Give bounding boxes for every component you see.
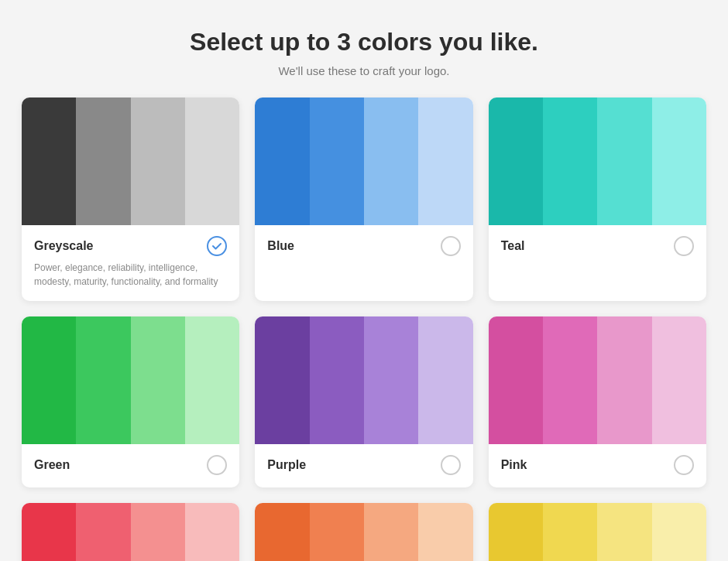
- check-icon-blue: [441, 236, 461, 256]
- swatch-row-greyscale: [22, 97, 239, 225]
- swatch: [131, 97, 185, 225]
- swatch: [652, 97, 706, 225]
- swatch: [489, 316, 543, 444]
- color-grid: Greyscale Power, elegance, reliability, …: [0, 90, 728, 561]
- check-icon-purple: [441, 455, 461, 475]
- swatch: [185, 97, 239, 225]
- swatch: [364, 97, 418, 225]
- swatch: [543, 503, 597, 561]
- page-subtitle: We'll use these to craft your logo.: [15, 64, 713, 77]
- color-label-blue: Blue: [267, 239, 294, 252]
- color-card-yellow[interactable]: Yellow: [489, 503, 706, 561]
- swatch: [418, 316, 472, 444]
- swatch: [255, 97, 309, 225]
- swatch: [597, 316, 651, 444]
- color-label-greyscale: Greyscale: [34, 239, 94, 253]
- color-desc-greyscale: Power, elegance, reliability, intelligen…: [34, 261, 227, 289]
- color-card-green[interactable]: Green: [22, 316, 239, 487]
- swatch: [597, 97, 651, 225]
- swatch: [22, 97, 76, 225]
- swatch-row-orange: [255, 503, 472, 561]
- swatch: [310, 97, 364, 225]
- swatch-row-blue: [255, 97, 472, 225]
- check-icon-greyscale: [207, 236, 227, 256]
- swatch-row-yellow: [489, 503, 706, 561]
- swatch: [597, 503, 651, 561]
- swatch: [185, 316, 239, 444]
- swatch: [652, 503, 706, 561]
- swatch: [310, 503, 364, 561]
- swatch: [22, 316, 76, 444]
- swatch: [364, 503, 418, 561]
- swatch-row-green: [22, 316, 239, 444]
- page-title: Select up to 3 colors you like.: [15, 28, 713, 56]
- swatch: [255, 503, 309, 561]
- swatch: [22, 503, 76, 561]
- color-label-pink: Pink: [501, 458, 527, 471]
- swatch: [418, 97, 472, 225]
- check-icon-pink: [674, 455, 694, 475]
- check-icon-green: [207, 455, 227, 475]
- color-card-pink[interactable]: Pink: [489, 316, 706, 487]
- swatch: [255, 316, 309, 444]
- color-card-teal[interactable]: Teal: [489, 97, 706, 301]
- color-label-green: Green: [34, 458, 70, 471]
- swatch-row-pink: [489, 316, 706, 444]
- swatch: [489, 97, 543, 225]
- swatch-row-red: [22, 503, 239, 561]
- swatch: [131, 503, 185, 561]
- swatch: [131, 316, 185, 444]
- color-card-greyscale[interactable]: Greyscale Power, elegance, reliability, …: [22, 97, 239, 301]
- swatch: [185, 503, 239, 561]
- check-icon-teal: [674, 236, 694, 256]
- swatch: [76, 316, 130, 444]
- swatch: [76, 97, 130, 225]
- swatch: [543, 97, 597, 225]
- color-card-blue[interactable]: Blue: [255, 97, 472, 301]
- swatch-row-teal: [489, 97, 706, 225]
- color-label-purple: Purple: [267, 458, 306, 471]
- swatch: [543, 316, 597, 444]
- swatch: [76, 503, 130, 561]
- color-card-orange[interactable]: Orange: [255, 503, 472, 561]
- page-header: Select up to 3 colors you like. We'll us…: [0, 0, 728, 90]
- swatch-row-purple: [255, 316, 472, 444]
- swatch: [310, 316, 364, 444]
- swatch: [489, 503, 543, 561]
- swatch: [418, 503, 472, 561]
- swatch: [364, 316, 418, 444]
- color-card-red[interactable]: Red: [22, 503, 239, 561]
- color-card-purple[interactable]: Purple: [255, 316, 472, 487]
- swatch: [652, 316, 706, 444]
- color-label-teal: Teal: [501, 239, 525, 252]
